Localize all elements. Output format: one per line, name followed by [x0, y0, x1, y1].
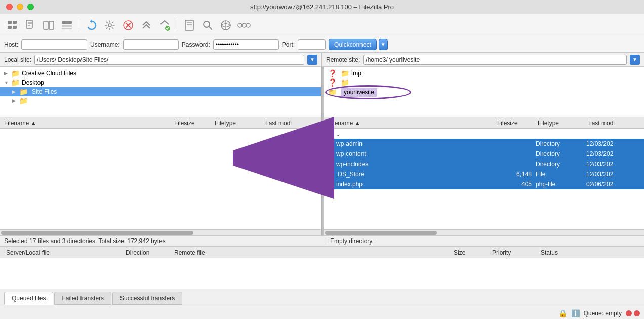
queue-col-direction[interactable]: Direction — [124, 249, 164, 256]
tree-label-yourlivesite: yourlivesite — [341, 88, 377, 97]
svg-rect-1 — [13, 21, 17, 24]
port-input[interactable] — [298, 39, 326, 50]
svg-point-14 — [108, 24, 111, 27]
queue-body — [0, 258, 644, 289]
local-col-lastmod[interactable]: Last modi — [263, 119, 319, 127]
remote-file-panel: ❓ 📁 tmp ❓ 📁 📁 yourlivesite — [324, 67, 644, 235]
file-icon: 📁 — [326, 130, 334, 138]
local-file-panel: ▶ 📁 Creative Cloud Files ▼ 📁 Desktop ▶ 📁… — [0, 67, 322, 235]
refresh-icon[interactable] — [84, 17, 100, 33]
remote-file-row[interactable]: 📁 .. — [324, 129, 644, 139]
remote-tree: ❓ 📁 tmp ❓ 📁 📁 yourlivesite — [324, 67, 644, 117]
search-files-icon[interactable] — [199, 17, 216, 33]
local-col-filesize[interactable]: Filesize — [172, 119, 213, 127]
transfer-ok-icon[interactable] — [156, 17, 173, 33]
tree-item-desktop[interactable]: ▼ 📁 Desktop — [0, 78, 321, 87]
indicator-lights — [626, 310, 640, 316]
bottom-tabs: Queued files Failed transfers Successful… — [0, 289, 644, 307]
compare-dirs-icon[interactable] — [236, 17, 252, 33]
tree-item-tmp[interactable]: ❓ 📁 tmp — [324, 69, 644, 78]
tab-failed-transfers[interactable]: Failed transfers — [54, 292, 111, 305]
bookmark-icon[interactable] — [181, 17, 197, 33]
remote-site-path[interactable]: /home3/ yourlivesite — [363, 55, 627, 65]
tab-queued-files[interactable]: Queued files — [4, 292, 53, 305]
close-button[interactable] — [6, 4, 13, 10]
queue-col-status[interactable]: Status — [539, 249, 640, 256]
split-view-icon[interactable] — [41, 17, 57, 33]
queue-col-remote[interactable]: Remote file — [172, 249, 444, 256]
local-file-list[interactable] — [0, 129, 321, 229]
remote-col-headers: Filename ▲ Filesize Filetype Last modi — [324, 117, 644, 129]
title-bar: sftp://yourwow7@162.241.218.100 – FileZi… — [0, 0, 644, 14]
host-input[interactable] — [21, 39, 87, 50]
remote-col-filename[interactable]: Filename ▲ — [326, 119, 495, 127]
svg-rect-4 — [26, 20, 32, 28]
settings-icon[interactable] — [102, 17, 118, 33]
local-col-filetype[interactable]: Filetype — [213, 119, 263, 127]
quickconnect-button[interactable]: Quickconnect — [329, 39, 377, 50]
local-scrollbar[interactable] — [0, 229, 321, 235]
username-input[interactable] — [123, 39, 179, 50]
separator-2 — [177, 19, 177, 31]
tree-item-yourlivesite[interactable]: 📁 yourlivesite — [324, 87, 644, 97]
svg-rect-3 — [13, 26, 17, 29]
tree-item-q2[interactable]: ❓ 📁 — [324, 78, 644, 87]
local-tree: ▶ 📁 Creative Cloud Files ▼ 📁 Desktop ▶ 📁… — [0, 67, 321, 117]
local-site-header: Local site: /Users/ Desktop/Site Files/ … — [0, 53, 322, 66]
remote-scrollbar[interactable] — [324, 229, 644, 235]
queue-col-size[interactable]: Size — [452, 249, 482, 256]
queue-area: Server/Local file Direction Remote file … — [0, 247, 644, 289]
connection-bar: Host: Username: Password: Port: Quickcon… — [0, 36, 644, 53]
remote-col-filesize[interactable]: Filesize — [495, 119, 536, 127]
svg-rect-8 — [44, 21, 48, 29]
minimize-button[interactable] — [17, 4, 23, 10]
toolbar — [0, 14, 644, 36]
local-col-headers: Filename ▲ Filesize Filetype Last modi — [0, 117, 321, 129]
remote-col-lastmod[interactable]: Last modi — [586, 119, 642, 127]
info-icon: ℹ️ — [571, 309, 580, 317]
password-input[interactable] — [213, 39, 279, 50]
remote-file-row[interactable]: 📁 wp-admin Directory 12/03/202 — [324, 139, 644, 149]
remote-file-row[interactable]: 📁 wp-includes Directory 12/03/202 — [324, 159, 644, 169]
tab-successful-transfers[interactable]: Successful transfers — [112, 292, 182, 305]
remote-file-row[interactable]: 📄 .DS_Store 6,148 File 12/03/202 — [324, 169, 644, 179]
svg-rect-10 — [62, 21, 72, 24]
site-manager-icon[interactable] — [4, 17, 20, 33]
tree-item-creative[interactable]: ▶ 📁 Creative Cloud Files — [0, 69, 321, 78]
red-indicator-2 — [634, 310, 640, 316]
transfer-queue-icon[interactable] — [138, 17, 154, 33]
svg-rect-2 — [8, 26, 12, 29]
tree-label-creative: Creative Cloud Files — [22, 70, 76, 77]
remote-col-filetype[interactable]: Filetype — [536, 119, 586, 127]
inner-main: ▶ 📁 Creative Cloud Files ▼ 📁 Desktop ▶ 📁… — [0, 67, 644, 235]
password-label: Password: — [182, 41, 210, 48]
maximize-button[interactable] — [27, 4, 34, 10]
remote-site-header: Remote site: /home3/ yourlivesite ▼ — [322, 53, 644, 66]
window-controls — [6, 4, 34, 10]
local-site-path[interactable]: /Users/ Desktop/Site Files/ — [34, 55, 304, 65]
svg-rect-12 — [62, 28, 72, 29]
file-icon: 📄 — [326, 171, 334, 178]
queue-col-server[interactable]: Server/Local file — [4, 249, 115, 256]
remote-file-list[interactable]: 📁 .. 📁 wp-admin Directory 12/03/202 📁 wp… — [324, 129, 644, 229]
svg-rect-9 — [49, 21, 54, 29]
local-col-filename[interactable]: Filename ▲ — [2, 119, 172, 127]
window-title: sftp://yourwow7@162.241.218.100 – FileZi… — [250, 3, 394, 11]
cancel-transfer-icon[interactable] — [120, 17, 136, 33]
file-icon: 📄 — [326, 181, 334, 188]
tree-label-desktop: Desktop — [22, 79, 44, 86]
queue-status: Queue: empty — [584, 310, 622, 317]
remote-site-dropdown[interactable]: ▼ — [630, 55, 640, 65]
bottom-status-bar: 🔒 ℹ️ Queue: empty — [0, 307, 644, 319]
new-file-icon[interactable] — [22, 17, 38, 33]
queue-col-priority[interactable]: Priority — [490, 249, 531, 256]
remote-file-row[interactable]: 📄 index.php 405 php-file 02/06/202 — [324, 179, 644, 189]
svg-line-23 — [209, 26, 212, 29]
toggle-tree-icon[interactable] — [59, 17, 75, 33]
tree-item-sub[interactable]: ▶ 📁 — [0, 96, 321, 105]
quickconnect-dropdown[interactable]: ▼ — [379, 39, 388, 50]
remote-file-row[interactable]: 📁 wp-content Directory 12/03/202 — [324, 149, 644, 159]
tree-item-sitefiles[interactable]: ▶ 📁 Site Files — [0, 87, 321, 96]
network-config-icon[interactable] — [218, 17, 234, 33]
local-site-dropdown[interactable]: ▼ — [307, 55, 317, 65]
